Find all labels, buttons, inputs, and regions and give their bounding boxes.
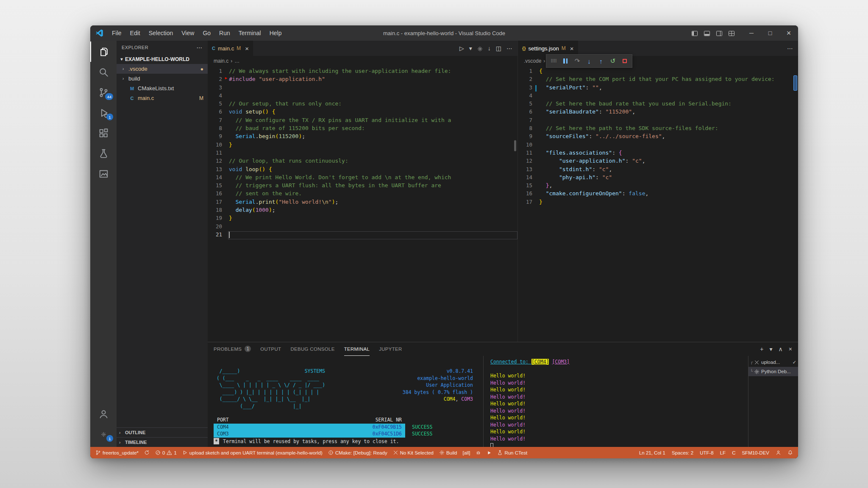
toggle-panel-icon[interactable] [704, 30, 710, 36]
activity-run-and-debug-icon[interactable]: 1 [90, 103, 117, 123]
run-dropdown[interactable]: ▾ [469, 45, 472, 52]
workspace-root-folder[interactable]: ▾ EXAMPLE-HELLO-WORLD [117, 54, 208, 64]
activity-testing-icon[interactable] [90, 143, 117, 164]
breadcrumb-item[interactable]: main.c [214, 58, 228, 64]
tab-settings-json[interactable]: {} settings.json M × [518, 41, 579, 56]
file-tree-item-CMakeLists.txt[interactable]: MCMakeLists.txt [117, 83, 208, 93]
code-line: // Set here the baud rate that you used … [538, 100, 798, 108]
debug-target-button[interactable] [476, 450, 481, 455]
step-over-button[interactable]: ↷ [572, 55, 583, 67]
customize-layout-icon[interactable] [728, 30, 734, 36]
activity-extensions-icon[interactable] [90, 123, 117, 143]
device-selector[interactable]: SFM10-DEV [742, 450, 769, 455]
breadcrumb-item[interactable]: .vscode [524, 58, 541, 64]
download-button[interactable]: ↓ [488, 45, 491, 52]
menu-go[interactable]: Go [199, 28, 214, 38]
problems-status[interactable]: 01 [155, 450, 177, 455]
cmake-status[interactable]: CMake: [Debug]: Ready [328, 450, 387, 455]
panel-tab-terminal[interactable]: TERMINAL [344, 342, 370, 356]
split-editor-button[interactable]: ◫ [496, 45, 501, 52]
token: : [592, 166, 599, 172]
stop-button[interactable] [619, 55, 630, 67]
activity-search-icon[interactable] [90, 62, 117, 82]
terminal-dropdown-button[interactable]: ▾ [770, 346, 773, 352]
breadcrumb-item[interactable]: … [234, 58, 239, 64]
cursor-position[interactable]: Ln 21, Col 1 [639, 450, 665, 455]
editor-group-settings-json: {} settings.json M × ⋯ .vscode› ⠿⠿↷↓↑↺ 1… [518, 41, 798, 342]
file-tree-item-.vscode[interactable]: ›.vscode● [117, 64, 208, 74]
minimize-button[interactable]: ─ [742, 25, 761, 41]
git-branch-status[interactable]: freertos_update* [95, 450, 139, 455]
step-into-button[interactable]: ↓ [584, 55, 595, 67]
maximize-panel-button[interactable]: ∧ [779, 346, 783, 352]
menu-selection[interactable]: Selection [145, 28, 177, 38]
terminal-uart-output[interactable]: Connected to: [COM4] [COM3] Hello world!… [483, 356, 748, 447]
launch-button[interactable] [487, 450, 492, 455]
encoding[interactable]: UTF-8 [700, 450, 714, 455]
explorer-more-actions-icon[interactable]: ⋯ [197, 44, 203, 51]
cmake-build-button[interactable]: Build [439, 450, 457, 455]
maximize-button[interactable]: □ [761, 25, 779, 41]
menu-edit[interactable]: Edit [126, 28, 144, 38]
restart-button[interactable]: ↺ [607, 55, 618, 67]
pause-button[interactable] [560, 55, 571, 67]
terminal-instance-Python-Deb-[interactable]: └Python Deb... [748, 367, 798, 376]
tab-main-c[interactable]: C main.c M × [208, 41, 253, 56]
sync-status[interactable] [144, 450, 150, 455]
ctest-button[interactable]: Run CTest [497, 450, 527, 455]
run-button[interactable]: ▷ [459, 45, 464, 52]
file-tree-item-build[interactable]: ›build [117, 74, 208, 83]
panel-tab-jupyter[interactable]: JUPYTER [379, 342, 402, 356]
build-target[interactable]: [all] [463, 450, 470, 455]
menu-run[interactable]: Run [215, 28, 234, 38]
code-line: #include "user-application.h" [228, 76, 517, 84]
feedback[interactable] [776, 450, 781, 455]
sidebar-section-timeline[interactable]: ›TIMELINE [117, 437, 208, 447]
menu-view[interactable]: View [178, 28, 198, 38]
close-icon[interactable]: × [245, 45, 249, 52]
more-actions-icon[interactable]: ⋯ [787, 45, 793, 52]
scrollbar-thumb[interactable] [514, 140, 516, 151]
terminal-instance-upload-[interactable]: ┌upload...✓ [748, 358, 798, 367]
activity-accounts-icon[interactable] [90, 404, 117, 424]
breadcrumb-item[interactable]: › [231, 58, 232, 64]
activity-manage-icon[interactable]: 1 [90, 424, 117, 444]
toggle-secondary-sidebar-icon[interactable] [716, 30, 722, 36]
more-actions-button[interactable]: ⋯ [506, 45, 512, 52]
menu-file[interactable]: File [108, 28, 125, 38]
menu-help[interactable]: Help [266, 28, 286, 38]
close-icon[interactable]: × [570, 45, 574, 52]
code-editor-settings-json[interactable]: 1234567891011121314151617 { // Set here … [518, 66, 798, 342]
close-panel-button[interactable]: × [789, 346, 792, 352]
code-editor-main-c[interactable]: 12▶3456789101112131415161718192021 // We… [208, 66, 517, 342]
step-out-button[interactable]: ↑ [595, 55, 606, 67]
port-table-row: COM40xF04C9B15SUCCESS [214, 424, 483, 431]
file-tree-item-main.c[interactable]: Cmain.cM [117, 93, 208, 103]
sidebar-section-outline[interactable]: ›OUTLINE [117, 427, 208, 437]
language-mode[interactable]: C [732, 450, 735, 455]
panel-tab-debug-console[interactable]: DEBUG CONSOLE [290, 342, 334, 356]
toggle-sidebar-icon[interactable] [691, 30, 698, 36]
cmake-kit-status[interactable]: No Kit Selected [393, 450, 434, 455]
eol-selector[interactable]: LF [720, 450, 726, 455]
activity-source-control-icon[interactable]: 44 [90, 82, 117, 103]
line-number: 3 [518, 84, 538, 92]
notifications[interactable] [787, 450, 793, 455]
breadcrumb-item[interactable]: › [543, 58, 545, 64]
activity-explorer-icon[interactable] [90, 42, 117, 62]
terminal-task-output[interactable]: /_____) SYSTEMSv0.8.7.41 ( (___ _ _ ____… [208, 356, 483, 447]
line-number: 8 [518, 125, 538, 133]
git-decoration-badge: ● [200, 66, 203, 72]
gear-button[interactable] [477, 45, 483, 52]
task-upload-status[interactable]: upload sketch and open UART terminal (ex… [182, 450, 323, 455]
panel-tab-problems[interactable]: PROBLEMS1 [214, 342, 251, 356]
activity-extension-view-icon[interactable] [90, 164, 117, 184]
token: // We print Hello World. Don't forget to… [229, 174, 451, 180]
menu-terminal[interactable]: Terminal [235, 28, 265, 38]
new-terminal-button[interactable]: + [760, 346, 763, 352]
close-button[interactable]: × [779, 25, 798, 41]
token: "phy-api.h" [559, 174, 595, 180]
code-line: Serial.begin(115200); [228, 133, 517, 141]
panel-tab-output[interactable]: OUTPUT [260, 342, 281, 356]
indentation[interactable]: Spaces: 2 [672, 450, 693, 455]
